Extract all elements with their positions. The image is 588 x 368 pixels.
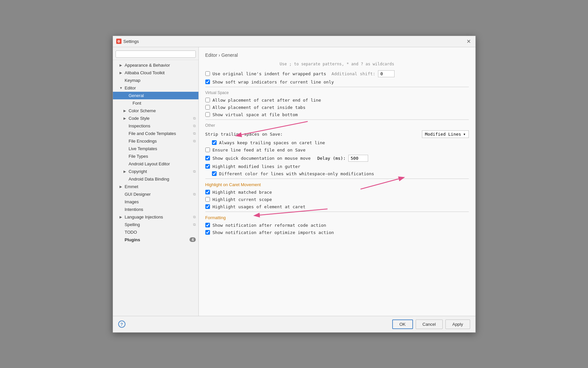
ensure-line-feed-checkbox[interactable]	[205, 148, 210, 152]
different-color-checkbox[interactable]	[212, 171, 217, 176]
sidebar-item-androiddatabinding[interactable]: ▶ Android Data Binding	[113, 175, 198, 183]
arrow-spacer: ▶	[123, 162, 127, 166]
arrow-icon: ▶	[120, 185, 123, 188]
sidebar-item-font[interactable]: ▶ Font	[113, 99, 198, 107]
show-quick-doc-row: Show quick documentation on mouse move D…	[205, 155, 469, 162]
sidebar-item-images[interactable]: ▶ Images	[113, 198, 198, 206]
sidebar-item-intentions[interactable]: ▶ Intentions	[113, 206, 198, 213]
settings-dialog: ⚙ Settings ✕ 🔍 ▶ Appearance & Behavior ▶…	[113, 36, 476, 333]
allow-caret-inside-tabs-checkbox[interactable]	[205, 105, 210, 110]
sidebar-item-livetemplates[interactable]: ▶ Live Templates	[113, 145, 198, 152]
virtual-space-section-label: Virtual Space	[205, 90, 469, 95]
search-box: 🔍	[113, 49, 198, 60]
dropdown-arrow-icon: ▾	[463, 132, 466, 137]
sidebar-item-label: TODO	[125, 230, 137, 235]
show-notification-reformat-checkbox[interactable]	[205, 223, 210, 227]
arrow-spacer: ▶	[123, 147, 127, 151]
sidebar: 🔍 ▶ Appearance & Behavior ▶ Alibaba Clou…	[113, 47, 199, 316]
help-button[interactable]: ?	[118, 320, 125, 328]
sidebar-item-inspections[interactable]: ▶ Inspections ⧉	[113, 122, 198, 130]
shift-value-input[interactable]	[378, 70, 395, 77]
allow-caret-after-end-checkbox[interactable]	[205, 98, 210, 102]
highlight-usages-label: Highlight usages of element at caret	[213, 204, 306, 209]
arrow-spacer: ▶	[120, 230, 123, 234]
ensure-line-feed-label: Ensure line feed at file end on Save	[213, 148, 306, 152]
copy-icon: ⧉	[193, 222, 196, 227]
allow-caret-inside-tabs-label: Allow placement of caret inside tabs	[213, 105, 306, 110]
different-color-row: Different color for lines with whitespac…	[212, 171, 469, 176]
always-keep-trailing-row: Always keep trailing spaces on caret lin…	[212, 140, 469, 145]
app-icon: ⚙	[116, 39, 121, 44]
sidebar-item-label: Inspections	[129, 123, 151, 128]
close-button[interactable]: ✕	[466, 38, 472, 45]
sidebar-item-label: Code Style	[129, 116, 150, 121]
sidebar-item-editor[interactable]: ▼ Editor	[113, 84, 198, 92]
highlight-current-scope-row: Highlight current scope	[205, 197, 469, 202]
highlight-matched-brace-checkbox[interactable]	[205, 190, 210, 194]
sidebar-item-label: Android Layout Editor	[129, 161, 170, 166]
delay-value-input[interactable]	[348, 155, 368, 162]
use-original-indent-label: Use original line's indent for wrapped p…	[213, 71, 326, 76]
sidebar-item-colorscheme[interactable]: ▶ Color Scheme	[113, 107, 198, 115]
strip-trailing-label: Strip trailing spaces on Save:	[205, 132, 283, 137]
highlight-caret-section-label: Highlight on Caret Movement	[205, 182, 469, 187]
ok-button[interactable]: OK	[392, 319, 413, 329]
arrow-spacer: ▶	[120, 200, 123, 204]
highlight-matched-brace-row: Highlight matched brace	[205, 190, 469, 195]
sidebar-item-androidlayout[interactable]: ▶ Android Layout Editor	[113, 160, 198, 168]
footer-buttons: OK Cancel Apply	[392, 319, 470, 329]
sidebar-item-label: Editor	[125, 85, 136, 90]
sidebar-item-alibaba[interactable]: ▶ Alibaba Cloud Toolkit	[113, 69, 198, 77]
show-virtual-space-checkbox[interactable]	[205, 112, 210, 117]
show-virtual-space-label: Show virtual space at file bottom	[213, 112, 298, 117]
copy-icon: ⧉	[193, 215, 196, 219]
sidebar-item-label: General	[129, 93, 144, 98]
delay-label: Delay (ms):	[317, 156, 346, 161]
sidebar-item-label: Alibaba Cloud Toolkit	[125, 70, 165, 75]
highlight-current-scope-checkbox[interactable]	[205, 197, 210, 202]
plugins-badge: 4	[190, 237, 195, 242]
sidebar-item-codestyle[interactable]: ▶ Code Style ⧉	[113, 115, 198, 122]
arrow-spacer: ▶	[123, 94, 127, 97]
cancel-button[interactable]: Cancel	[416, 319, 443, 329]
sidebar-item-plugins[interactable]: ▶ Plugins 4	[113, 236, 198, 244]
always-keep-trailing-checkbox[interactable]	[212, 140, 217, 145]
use-original-indent-checkbox[interactable]	[205, 71, 210, 76]
sidebar-item-filetypes[interactable]: ▶ File Types	[113, 152, 198, 160]
search-input[interactable]	[116, 50, 196, 58]
strip-trailing-dropdown[interactable]: Modified Lines ▾	[422, 130, 468, 138]
arrow-spacer: ▶	[123, 177, 127, 181]
title-bar-left: ⚙ Settings	[116, 39, 139, 44]
copy-icon: ⧉	[193, 131, 196, 136]
show-soft-wrap-row: Show soft wrap indicators for current li…	[205, 80, 469, 84]
sidebar-item-emmet[interactable]: ▶ Emmet	[113, 183, 198, 190]
show-soft-wrap-checkbox[interactable]	[205, 80, 210, 84]
sidebar-item-appearance[interactable]: ▶ Appearance & Behavior	[113, 61, 198, 69]
divider-4	[205, 212, 469, 212]
sidebar-item-fileencodings[interactable]: ▶ File Encodings ⧉	[113, 137, 198, 145]
additional-shift-label: Additional shift:	[331, 71, 375, 76]
sidebar-item-languageinjections[interactable]: ▶ Language Injections ⧉	[113, 213, 198, 221]
arrow-spacer: ▶	[123, 132, 127, 135]
apply-button[interactable]: Apply	[445, 319, 470, 329]
highlight-modified-checkbox[interactable]	[205, 164, 210, 169]
formatting-section-label: Formatting	[205, 215, 469, 220]
sidebar-item-spelling[interactable]: ▶ Spelling ⧉	[113, 221, 198, 228]
sidebar-item-label: File and Code Templates	[129, 131, 176, 136]
divider-2	[205, 119, 469, 120]
sidebar-item-todo[interactable]: ▶ TODO	[113, 228, 198, 236]
highlight-usages-checkbox[interactable]	[205, 204, 210, 209]
show-notification-optimize-checkbox[interactable]	[205, 230, 210, 235]
sidebar-item-label: File Types	[129, 154, 148, 159]
sidebar-item-guidesigner[interactable]: ▶ GUI Designer ⧉	[113, 190, 198, 198]
always-keep-trailing-label: Always keep trailing spaces on caret lin…	[219, 140, 325, 145]
sidebar-item-general[interactable]: ▶ General	[113, 92, 198, 99]
sidebar-item-filecodetemplates[interactable]: ▶ File and Code Templates ⧉	[113, 130, 198, 137]
arrow-spacer: ▶	[120, 192, 123, 196]
dialog-body: 🔍 ▶ Appearance & Behavior ▶ Alibaba Clou…	[113, 47, 475, 316]
sidebar-item-copyright[interactable]: ▶ Copyright ⧉	[113, 168, 198, 175]
show-quick-doc-checkbox[interactable]	[205, 156, 210, 160]
dialog-title: Settings	[123, 39, 139, 44]
sidebar-item-keymap[interactable]: ▶ Keymap	[113, 77, 198, 84]
sidebar-item-label: Spelling	[125, 222, 140, 227]
